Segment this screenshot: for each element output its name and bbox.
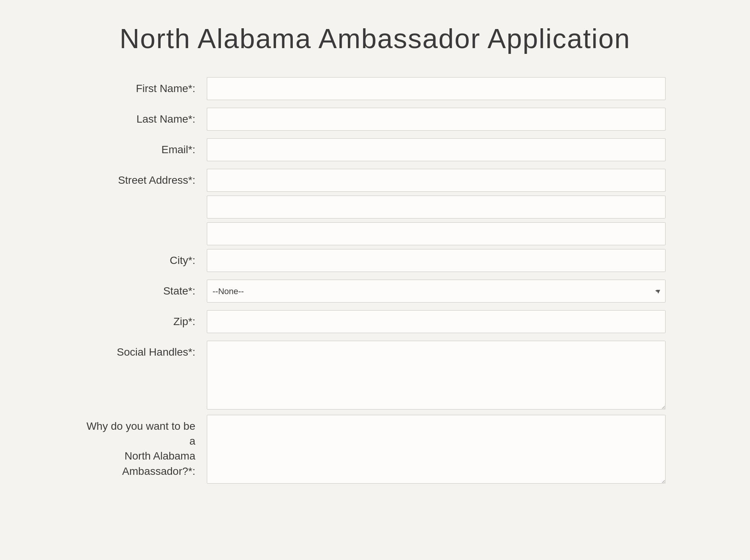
social-handles-field-wrapper (207, 341, 666, 411)
zip-label: Zip*: (84, 310, 207, 329)
street-address-label: Street Address*: (84, 169, 207, 188)
state-label: State*: (84, 280, 207, 298)
city-label: City*: (84, 249, 207, 268)
state-select-wrapper: --None--AlabamaAlaskaArizonaArkansasCali… (207, 280, 666, 303)
email-label: Email*: (84, 138, 207, 157)
city-row: City*: (84, 249, 666, 276)
page-container: North Alabama Ambassador Application Fir… (69, 15, 681, 497)
social-handles-row: Social Handles*: (84, 341, 666, 411)
street-address-3-input[interactable] (207, 222, 666, 245)
application-form: First Name*: Last Name*: Email*: Street … (84, 77, 666, 485)
zip-field-wrapper (207, 310, 666, 333)
zip-row: Zip*: (84, 310, 666, 337)
email-input[interactable] (207, 138, 666, 161)
first-name-label: First Name*: (84, 77, 207, 96)
city-field-wrapper (207, 249, 666, 272)
first-name-field (207, 77, 666, 100)
social-handles-label: Social Handles*: (84, 341, 207, 359)
street-address-input[interactable] (207, 169, 666, 192)
state-field-wrapper: --None--AlabamaAlaskaArizonaArkansasCali… (207, 280, 666, 303)
zip-input[interactable] (207, 310, 666, 333)
social-handles-textarea[interactable] (207, 341, 666, 409)
first-name-row: First Name*: (84, 77, 666, 104)
email-field-wrapper (207, 138, 666, 161)
street-address-row: Street Address*: (84, 169, 666, 245)
city-input[interactable] (207, 249, 666, 272)
email-row: Email*: (84, 138, 666, 165)
street-address-2-input[interactable] (207, 196, 666, 218)
why-ambassador-field-wrapper (207, 415, 666, 485)
why-ambassador-textarea[interactable] (207, 415, 666, 484)
last-name-field (207, 108, 666, 131)
state-select[interactable]: --None--AlabamaAlaskaArizonaArkansasCali… (207, 280, 666, 303)
state-row: State*: --None--AlabamaAlaskaArizonaArka… (84, 280, 666, 306)
why-ambassador-label: Why do you want to be aNorth AlabamaAmba… (84, 415, 207, 479)
first-name-input[interactable] (207, 77, 666, 100)
why-ambassador-row: Why do you want to be aNorth AlabamaAmba… (84, 415, 666, 485)
last-name-input[interactable] (207, 108, 666, 131)
last-name-label: Last Name*: (84, 108, 207, 126)
last-name-row: Last Name*: (84, 108, 666, 134)
page-title: North Alabama Ambassador Application (84, 23, 666, 54)
street-address-field-wrapper (207, 169, 666, 245)
